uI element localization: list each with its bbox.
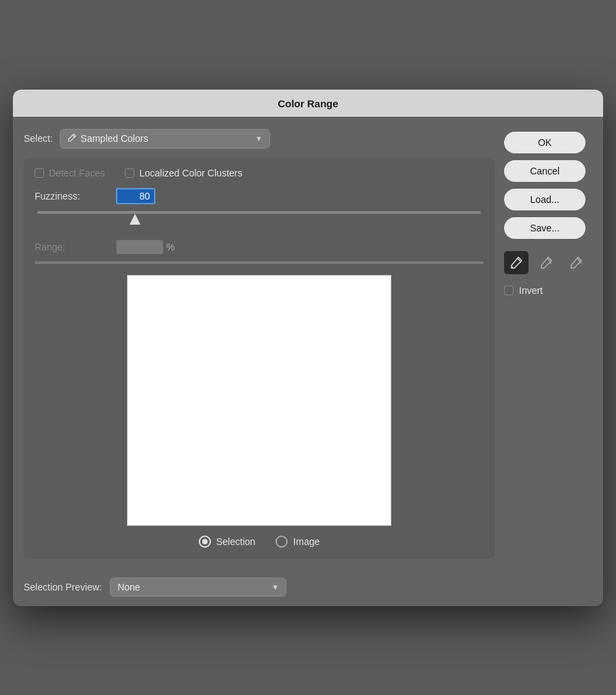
localized-color-checkbox[interactable] [125, 168, 134, 178]
invert-label: Invert [519, 285, 543, 296]
fuzziness-thumb-container [37, 214, 481, 227]
eyedropper-remove-icon: − [569, 256, 583, 269]
fuzziness-label: Fuzziness: [35, 191, 116, 202]
eyedropper-sample-button[interactable] [504, 251, 528, 274]
localized-color-label: Localized Color Clusters [139, 168, 242, 179]
range-unit: % [166, 242, 174, 252]
fuzziness-input[interactable] [116, 188, 155, 204]
image-radio[interactable] [275, 536, 288, 548]
invert-row: Invert [504, 285, 592, 296]
svg-point-0 [512, 266, 513, 267]
localized-color-group: Localized Color Clusters [125, 168, 242, 179]
select-dropdown[interactable]: Sampled Colors ▼ [60, 129, 270, 149]
save-button[interactable]: Save... [504, 217, 585, 239]
image-radio-label: Image [293, 536, 320, 547]
svg-text:+: + [549, 260, 552, 266]
cancel-button[interactable]: Cancel [504, 160, 585, 182]
range-row: Range: % [35, 240, 484, 255]
content-area: Detect Faces Localized Color Clusters Fu… [24, 158, 495, 559]
detect-faces-label: Detect Faces [49, 168, 104, 179]
fuzziness-slider-container [35, 211, 484, 227]
eyedropper-add-icon: + [539, 256, 553, 269]
radio-row: Selection Image [35, 536, 484, 548]
detect-faces-checkbox[interactable] [35, 168, 44, 178]
selection-preview-label: Selection Preview: [24, 582, 102, 593]
detect-faces-group: Detect Faces [35, 168, 125, 179]
fuzziness-slider-thumb[interactable] [130, 214, 140, 225]
dialog-body: Select: Sampled Colors ▼ [13, 117, 603, 571]
svg-text:−: − [579, 259, 582, 266]
invert-checkbox[interactable] [504, 286, 514, 295]
selection-radio[interactable] [199, 536, 211, 548]
bottom-dropdown-arrow-icon: ▼ [271, 583, 279, 591]
select-value: Sampled Colors [81, 133, 251, 144]
range-slider-track [35, 261, 484, 264]
fuzziness-row: Fuzziness: [35, 188, 484, 204]
eyedropper-small-icon [67, 133, 77, 145]
image-radio-group: Image [275, 536, 320, 548]
selection-radio-label: Selection [216, 536, 256, 547]
selection-preview-dropdown[interactable]: None ▼ [110, 578, 286, 597]
load-button[interactable]: Load... [504, 189, 585, 210]
eyedropper-icon [509, 256, 523, 269]
left-panel: Select: Sampled Colors ▼ [24, 129, 495, 559]
right-panel: OK Cancel Load... Save... [504, 129, 592, 559]
select-label: Select: [24, 133, 53, 144]
eyedropper-tools: + − [504, 251, 592, 274]
select-row: Select: Sampled Colors ▼ [24, 129, 495, 149]
ok-button[interactable]: OK [504, 132, 585, 153]
bottom-bar: Selection Preview: None ▼ [13, 571, 603, 606]
selection-radio-group: Selection [199, 536, 256, 548]
selection-radio-dot [202, 539, 208, 544]
dialog-title: Color Range [277, 98, 338, 109]
range-input [116, 240, 163, 255]
color-range-dialog: Color Range Select: Sampled Colors ▼ [13, 90, 603, 606]
dropdown-arrow-icon: ▼ [255, 134, 263, 143]
eyedropper-add-button[interactable]: + [534, 251, 558, 274]
options-row: Detect Faces Localized Color Clusters [35, 168, 484, 179]
preview-image [127, 275, 391, 526]
eyedropper-remove-button[interactable]: − [564, 251, 588, 274]
range-label: Range: [35, 242, 116, 252]
selection-preview-value: None [117, 582, 271, 593]
titlebar: Color Range [13, 90, 603, 117]
